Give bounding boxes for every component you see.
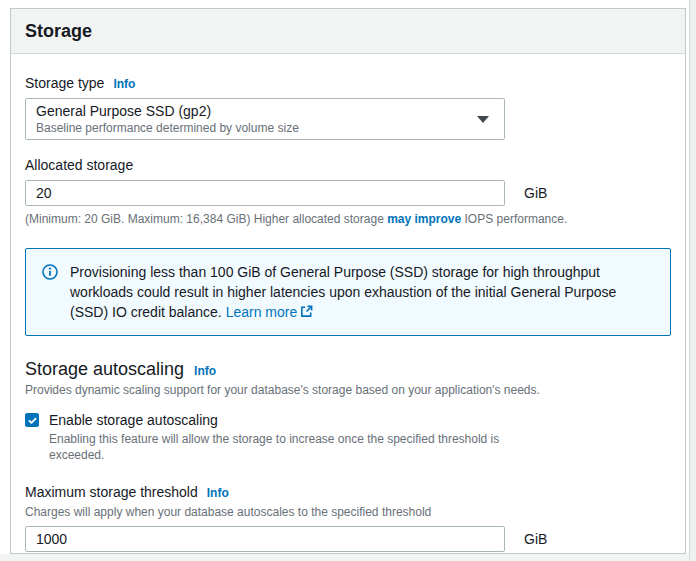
enable-autoscaling-description: Enabling this feature will allow the sto…: [49, 431, 504, 463]
max-threshold-label: Maximum storage threshold: [25, 483, 198, 501]
max-threshold-field: Maximum storage threshold Info Charges w…: [25, 483, 671, 554]
storage-type-info-link[interactable]: Info: [113, 77, 135, 91]
chevron-down-icon: [477, 116, 489, 123]
autoscaling-section-header: Storage autoscaling Info: [25, 358, 671, 380]
max-threshold-input[interactable]: [25, 526, 505, 552]
autoscaling-title: Storage autoscaling: [25, 358, 184, 380]
max-threshold-hint: Charges will apply when your database au…: [25, 505, 671, 520]
enable-autoscaling-label[interactable]: Enable storage autoscaling: [49, 411, 218, 429]
storage-type-selected-label: General Purpose SSD (gp2): [36, 102, 299, 121]
max-threshold-info-link[interactable]: Info: [207, 486, 229, 500]
storage-card: Storage Storage type Info General Purpos…: [10, 8, 686, 554]
allocated-storage-hint: (Minimum: 20 GiB. Maximum: 16,384 GiB) H…: [25, 212, 671, 227]
learn-more-link[interactable]: Learn more: [226, 304, 314, 320]
storage-type-selected-option: General Purpose SSD (gp2) Baseline perfo…: [36, 102, 299, 136]
external-link-icon: [300, 305, 313, 318]
storage-type-selected-desc: Baseline performance determined by volum…: [36, 121, 299, 136]
allocated-storage-input[interactable]: [25, 180, 505, 206]
storage-type-select[interactable]: General Purpose SSD (gp2) Baseline perfo…: [25, 98, 505, 140]
allocated-storage-label: Allocated storage: [25, 156, 133, 174]
enable-autoscaling-row: Enable storage autoscaling: [25, 411, 671, 429]
may-improve-link[interactable]: may improve: [387, 212, 461, 226]
autoscaling-subtitle: Provides dynamic scaling support for you…: [25, 383, 671, 398]
info-alert: Provisioning less than 100 GiB of Genera…: [25, 248, 671, 336]
alert-message: Provisioning less than 100 GiB of Genera…: [70, 264, 616, 320]
page-background-strip: [0, 554, 689, 561]
allocated-storage-hint-suffix: IOPS performance.: [461, 212, 567, 226]
autoscaling-info-link[interactable]: Info: [194, 364, 216, 378]
storage-type-field: Storage type Info General Purpose SSD (g…: [25, 74, 671, 140]
alert-text: Provisioning less than 100 GiB of Genera…: [70, 262, 654, 322]
storage-card-header: Storage: [11, 9, 685, 54]
allocated-storage-field: Allocated storage GiB (Minimum: 20 GiB. …: [25, 156, 671, 227]
allocated-storage-hint-prefix: (Minimum: 20 GiB. Maximum: 16,384 GiB) H…: [25, 212, 387, 226]
learn-more-label: Learn more: [226, 304, 298, 320]
checkmark-icon: [27, 415, 38, 426]
storage-type-label: Storage type: [25, 74, 104, 92]
info-circle-icon: [42, 264, 58, 284]
card-title: Storage: [25, 21, 671, 41]
storage-card-body: Storage type Info General Purpose SSD (g…: [11, 54, 685, 554]
allocated-storage-unit: GiB: [524, 185, 547, 201]
max-threshold-unit: GiB: [524, 531, 547, 547]
enable-autoscaling-checkbox[interactable]: [25, 413, 39, 427]
scrollbar[interactable]: [689, 0, 696, 561]
